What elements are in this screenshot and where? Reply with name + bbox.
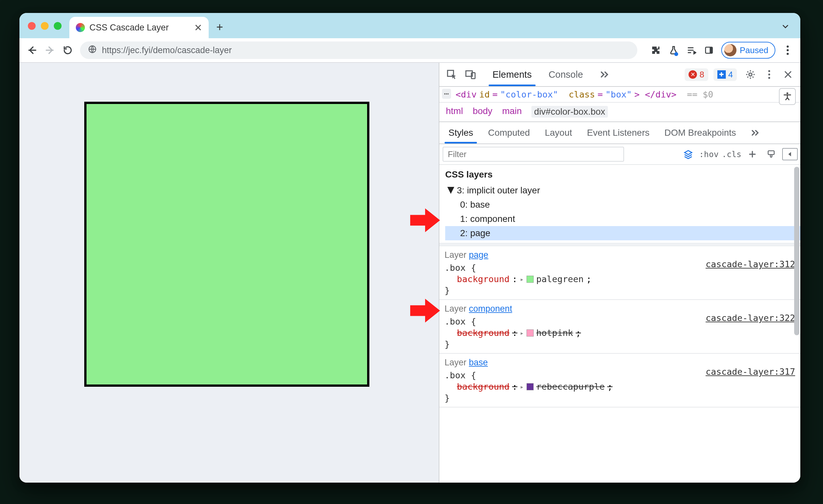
tab-elements[interactable]: Elements <box>484 63 540 86</box>
svg-rect-14 <box>768 151 774 155</box>
crumb-main[interactable]: main <box>502 106 522 118</box>
tree-item-1[interactable]: 1: component <box>445 212 800 226</box>
subtab-computed[interactable]: Computed <box>481 122 537 144</box>
forward-button[interactable] <box>44 43 56 57</box>
subtab-dom-breakpoints[interactable]: DOM Breakpoints <box>657 122 743 144</box>
rule-source-link[interactable]: cascade-layer:312 <box>706 259 795 269</box>
browser-window: CSS Cascade Layer ✕ + <box>19 13 800 483</box>
tab-title: CSS Cascade Layer <box>90 23 189 33</box>
layer-link[interactable]: page <box>469 250 488 260</box>
url-text: https://jec.fyi/demo/cascade-layer <box>102 45 232 55</box>
experiments-button[interactable] <box>668 43 679 57</box>
devtools-panel: Elements Console ✕ 8 ✚ 4 <box>439 63 800 483</box>
address-bar[interactable]: https://jec.fyi/demo/cascade-layer <box>80 41 637 59</box>
page-viewport <box>19 63 439 483</box>
cls-button[interactable]: .cls <box>722 147 742 162</box>
subtab-styles[interactable]: Styles <box>441 122 480 144</box>
hov-button[interactable]: :hov <box>699 147 719 162</box>
toggle-layers-button[interactable] <box>680 147 696 162</box>
menu-button[interactable] <box>782 43 793 57</box>
devtools-close-button[interactable] <box>780 66 796 83</box>
style-rule: Layer base cascade-layer:317 .box { back… <box>439 354 800 407</box>
tree-item-0[interactable]: 0: base <box>445 198 800 212</box>
tabs-menu-button[interactable] <box>779 20 792 33</box>
layer-link[interactable]: base <box>469 358 488 367</box>
rendering-button[interactable] <box>764 147 779 162</box>
close-window-button[interactable] <box>28 22 36 30</box>
svg-point-4 <box>786 49 789 51</box>
svg-point-3 <box>786 46 789 48</box>
rule-declaration[interactable]: background: ▸ hotpink; <box>445 327 795 339</box>
scrollbar-thumb[interactable] <box>794 167 799 335</box>
settings-button[interactable] <box>742 66 759 83</box>
expand-ancestors-button[interactable]: ⋯ <box>442 89 451 99</box>
subtab-listeners[interactable]: Event Listeners <box>580 122 657 144</box>
devices-icon <box>465 69 476 80</box>
profile-paused-chip[interactable]: Paused <box>721 42 775 59</box>
expand-shorthand-icon[interactable]: ▸ <box>520 329 524 337</box>
panel-icon <box>704 46 713 55</box>
flask-icon <box>669 45 678 55</box>
extensions-button[interactable] <box>650 43 662 57</box>
styles-filter-bar: :hov .cls <box>439 144 800 165</box>
tree-root[interactable]: ▶3: implicit outer layer <box>445 183 800 198</box>
kebab-icon <box>786 45 789 55</box>
tree-item-2[interactable]: 2: page <box>445 226 800 240</box>
brush-icon <box>767 150 776 159</box>
styles-panel: CSS layers ▶3: implicit outer layer 0: b… <box>439 165 800 483</box>
tab-more[interactable] <box>591 63 618 86</box>
new-rule-button[interactable] <box>745 147 760 162</box>
back-button[interactable] <box>27 43 38 57</box>
subtab-more[interactable] <box>744 122 767 144</box>
computed-sidebar-button[interactable] <box>782 148 798 160</box>
svg-point-11 <box>768 73 770 75</box>
crumb-body[interactable]: body <box>473 106 493 118</box>
rule-source-link[interactable]: cascade-layer:317 <box>706 367 795 377</box>
color-swatch[interactable] <box>526 329 534 337</box>
expand-shorthand-icon[interactable]: ▸ <box>520 275 524 283</box>
reload-button[interactable] <box>62 43 73 57</box>
annotation-arrow-1 <box>410 208 440 233</box>
svg-point-5 <box>786 53 789 55</box>
expand-shorthand-icon[interactable]: ▸ <box>520 383 524 391</box>
triangle-left-icon <box>787 151 793 157</box>
chevron-down-icon <box>781 22 790 31</box>
color-swatch[interactable] <box>526 383 534 390</box>
devtools-menu-button[interactable] <box>761 66 778 83</box>
maximize-window-button[interactable] <box>54 22 61 30</box>
css-layers-title: CSS layers <box>439 165 800 183</box>
rule-declaration[interactable]: background: ▸ rebeccapurple; <box>445 380 795 393</box>
side-panel-button[interactable] <box>703 43 715 57</box>
layer-link[interactable]: component <box>469 304 512 314</box>
close-tab-button[interactable]: ✕ <box>194 22 202 33</box>
device-toggle-button[interactable] <box>462 66 479 83</box>
subtab-layout[interactable]: Layout <box>537 122 579 144</box>
annotation-arrow-2 <box>410 298 440 323</box>
content-area: Elements Console ✕ 8 ✚ 4 <box>19 63 800 483</box>
styles-filter-input[interactable] <box>443 147 624 162</box>
playlist-icon <box>687 45 696 55</box>
color-swatch[interactable] <box>526 276 534 283</box>
tab-console[interactable]: Console <box>540 63 591 86</box>
accessibility-button[interactable] <box>779 88 796 105</box>
dom-selected-line[interactable]: ⋯ <div id="color-box" class="box" > </di… <box>439 87 800 103</box>
media-button[interactable] <box>686 43 697 57</box>
inspect-button[interactable] <box>443 66 460 83</box>
new-tab-button[interactable]: + <box>213 21 226 34</box>
toolbar: https://jec.fyi/demo/cascade-layer Pause… <box>19 38 800 63</box>
gear-icon <box>745 69 756 80</box>
inspect-icon <box>446 69 457 80</box>
breadcrumb: html body main div#color-box.box <box>439 103 800 122</box>
devtools-body: ⋯ <div id="color-box" class="box" > </di… <box>439 87 800 483</box>
issues-indicator[interactable]: ✚ 4 <box>713 68 737 81</box>
rule-source-link[interactable]: cascade-layer:322 <box>706 313 795 323</box>
crumb-html[interactable]: html <box>446 106 463 118</box>
minimize-window-button[interactable] <box>41 22 49 30</box>
scrollbar[interactable] <box>793 165 800 483</box>
favicon-icon <box>76 23 85 32</box>
divider <box>439 243 800 246</box>
crumb-selected[interactable]: div#color-box.box <box>531 106 608 118</box>
browser-tab[interactable]: CSS Cascade Layer ✕ <box>69 17 209 38</box>
errors-indicator[interactable]: ✕ 8 <box>685 68 708 81</box>
rule-declaration[interactable]: background: ▸ palegreen; <box>445 273 795 285</box>
